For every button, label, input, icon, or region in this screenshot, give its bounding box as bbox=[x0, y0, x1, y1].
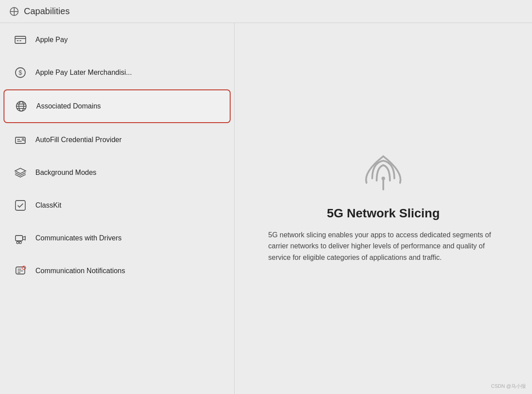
svg-rect-21 bbox=[15, 236, 23, 241]
sidebar-item-label: AutoFill Credential Provider bbox=[35, 136, 122, 144]
sidebar-item-apple-pay[interactable]: Apple Pay bbox=[4, 24, 231, 56]
svg-point-22 bbox=[17, 242, 19, 244]
sidebar-item-label: Communicates with Drivers bbox=[35, 234, 122, 242]
sidebar-item-communication-notifications[interactable]: Communication Notifications bbox=[4, 255, 231, 287]
sidebar-item-label: Background Modes bbox=[35, 169, 96, 177]
svg-marker-19 bbox=[15, 168, 26, 174]
main-content: Apple Pay $ Apple Pay Later Merchandisi.… bbox=[0, 23, 532, 394]
sidebar-item-label: Apple Pay Later Merchandisi... bbox=[35, 69, 132, 77]
dollar-circle-icon: $ bbox=[12, 65, 28, 81]
svg-line-18 bbox=[24, 140, 25, 141]
globe-icon bbox=[13, 98, 29, 114]
svg-point-17 bbox=[22, 139, 24, 140]
detail-description: 5G network slicing enables your apps to … bbox=[268, 229, 498, 263]
page-title: Capabilities bbox=[24, 6, 69, 16]
layers-icon bbox=[12, 165, 28, 181]
card-icon bbox=[12, 32, 28, 48]
sidebar-item-label: Apple Pay bbox=[35, 36, 68, 44]
driver-icon bbox=[12, 230, 28, 246]
sidebar: Apple Pay $ Apple Pay Later Merchandisi.… bbox=[0, 23, 235, 394]
svg-rect-3 bbox=[15, 36, 26, 43]
sidebar-item-classkit[interactable]: ClassKit bbox=[4, 189, 231, 221]
detail-panel: 5G Network Slicing 5G network slicing en… bbox=[235, 23, 532, 394]
sidebar-item-label: ClassKit bbox=[35, 201, 62, 209]
autofill-icon bbox=[12, 132, 28, 148]
capabilities-icon bbox=[9, 6, 19, 17]
title-bar: Capabilities bbox=[0, 0, 532, 23]
notification-icon bbox=[12, 263, 28, 279]
svg-text:$: $ bbox=[19, 69, 22, 76]
sidebar-item-associated-domains[interactable]: Associated Domains bbox=[4, 89, 231, 123]
watermark: CSDN @马小报 bbox=[491, 383, 526, 390]
svg-point-25 bbox=[22, 266, 26, 270]
sidebar-item-autofill[interactable]: AutoFill Credential Provider bbox=[4, 124, 231, 156]
svg-point-23 bbox=[19, 242, 22, 244]
sidebar-item-communicates-with-drivers[interactable]: Communicates with Drivers bbox=[4, 222, 231, 254]
detail-title: 5G Network Slicing bbox=[327, 206, 439, 220]
svg-rect-20 bbox=[15, 201, 25, 210]
sidebar-item-label: Communication Notifications bbox=[35, 267, 125, 275]
sidebar-item-label: Associated Domains bbox=[36, 102, 101, 110]
checkboard-icon bbox=[12, 197, 28, 213]
sidebar-item-apple-pay-later[interactable]: $ Apple Pay Later Merchandisi... bbox=[4, 57, 231, 89]
sidebar-item-background-modes[interactable]: Background Modes bbox=[4, 157, 231, 189]
signal-icon bbox=[361, 154, 405, 196]
